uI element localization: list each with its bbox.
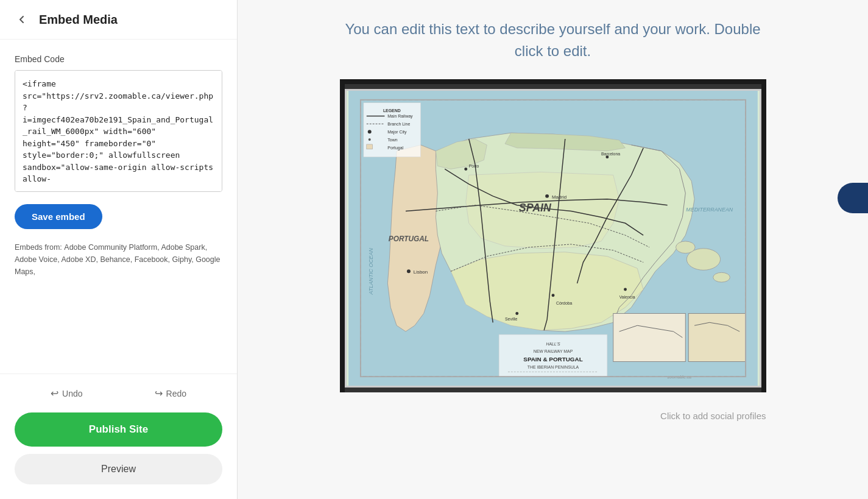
sidebar-content: Embed Code <iframe src="https://srv2.zoo… — [0, 40, 237, 373]
svg-text:Town: Town — [387, 138, 397, 142]
svg-text:Córdoba: Córdoba — [556, 301, 572, 305]
publish-site-button[interactable]: Publish Site — [15, 412, 222, 447]
media-container: HALL'S NEW RAILWAY MAP SPAIN & PORTUGAL … — [340, 79, 766, 392]
svg-text:HALL'S: HALL'S — [546, 342, 560, 346]
floating-action-button[interactable] — [838, 183, 868, 213]
svg-text:SPAIN: SPAIN — [518, 202, 551, 214]
svg-text:Main Railway: Main Railway — [387, 114, 413, 119]
redo-label: Redo — [166, 389, 186, 398]
embeds-from-label: Embeds from: — [15, 243, 62, 252]
svg-text:LEGEND: LEGEND — [383, 108, 400, 113]
svg-text:PORTUGAL: PORTUGAL — [388, 235, 428, 243]
svg-rect-42 — [366, 144, 372, 149]
svg-point-17 — [545, 194, 549, 198]
svg-text:Barcelona: Barcelona — [601, 152, 620, 156]
svg-text:Major City: Major City — [387, 130, 407, 135]
undo-button[interactable]: ↩ Undo — [41, 384, 92, 403]
svg-text:THE IBERIAN PENINSULA: THE IBERIAN PENINSULA — [527, 365, 579, 369]
svg-point-4 — [713, 272, 730, 282]
svg-text:Portugal: Portugal — [387, 146, 403, 150]
undo-icon: ↩ — [51, 388, 58, 399]
svg-text:SPAIN & PORTUGAL: SPAIN & PORTUGAL — [523, 356, 582, 363]
preview-button[interactable]: Preview — [15, 454, 222, 484]
svg-point-23 — [624, 288, 627, 291]
svg-text:NEW RAILWAY MAP: NEW RAILWAY MAP — [533, 349, 573, 353]
map-svg: HALL'S NEW RAILWAY MAP SPAIN & PORTUGAL … — [347, 91, 760, 386]
svg-point-3 — [676, 241, 695, 253]
redo-button[interactable]: ↪ Redo — [145, 384, 196, 403]
media-top-bar — [345, 84, 761, 89]
svg-point-25 — [551, 294, 554, 297]
sidebar: Embed Media Embed Code <iframe src="http… — [0, 0, 238, 499]
redo-icon: ↪ — [155, 388, 163, 399]
svg-point-19 — [464, 168, 467, 171]
svg-text:MEDITERRANEAN: MEDITERRANEAN — [686, 207, 733, 213]
map-frame: HALL'S NEW RAILWAY MAP SPAIN & PORTUGAL … — [345, 89, 761, 388]
svg-text:Madrid: Madrid — [552, 194, 566, 200]
svg-text:Valencia: Valencia — [619, 295, 635, 299]
save-embed-button[interactable]: Save embed — [15, 204, 102, 229]
svg-text:ATLANTIC OCEAN: ATLANTIC OCEAN — [367, 248, 373, 296]
svg-text:Branch Line: Branch Line — [387, 122, 410, 126]
description-text[interactable]: You can edit this text to describe yours… — [340, 18, 766, 62]
embed-code-label: Embed Code — [15, 54, 222, 64]
svg-point-38 — [367, 130, 371, 133]
svg-point-27 — [515, 312, 518, 315]
social-profiles-text[interactable]: Click to add social profiles — [340, 411, 766, 421]
media-bottom-bar — [345, 388, 761, 392]
svg-point-40 — [368, 138, 370, 141]
sidebar-bottom: ↩ Undo ↪ Redo Publish Site Preview — [0, 373, 237, 499]
embeds-from-section: Embeds from: Adobe Community Platform, A… — [15, 241, 222, 278]
svg-rect-5 — [613, 313, 685, 361]
back-button[interactable] — [15, 12, 29, 27]
svg-point-21 — [605, 155, 609, 158]
main-content: You can edit this text to describe yours… — [238, 0, 868, 499]
undo-label: Undo — [62, 389, 82, 398]
svg-text:Porto: Porto — [468, 164, 479, 168]
sidebar-title: Embed Media — [39, 13, 118, 27]
undo-redo-row: ↩ Undo ↪ Redo — [15, 384, 222, 403]
svg-point-15 — [406, 269, 410, 273]
svg-rect-6 — [688, 313, 746, 361]
svg-text:Lisbon: Lisbon — [413, 269, 427, 275]
sidebar-header: Embed Media — [0, 0, 237, 40]
embed-code-textarea[interactable]: <iframe src="https://srv2.zoomable.ca/vi… — [15, 70, 222, 192]
svg-text:Seville: Seville — [504, 317, 517, 321]
